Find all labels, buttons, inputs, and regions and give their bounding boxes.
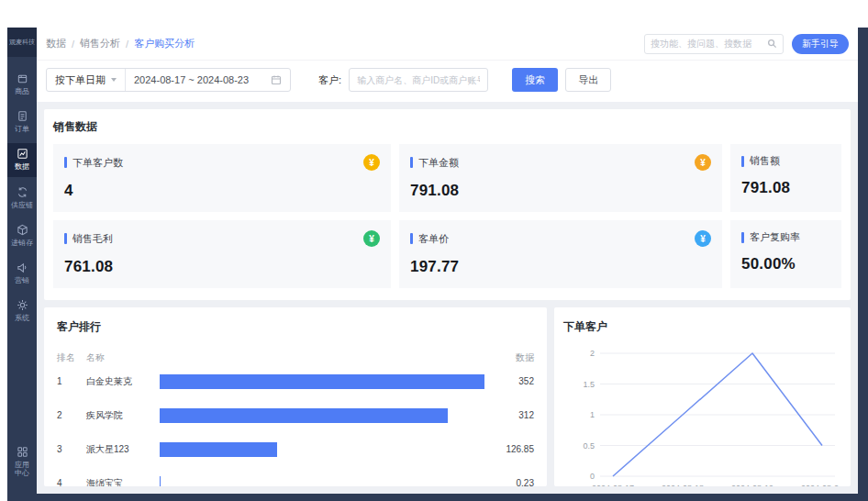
metric-value: 791.08 (410, 182, 711, 200)
sales-data-card: 销售数据 下单客户数 ¥ 4 下单金额 (44, 109, 851, 300)
metric-gross-profit: 销售毛利 ¥ 761.08 (53, 220, 391, 288)
date-type-select[interactable]: 按下单日期 (47, 69, 126, 91)
rank-cell: 2 (57, 410, 86, 420)
main-content: 数据 / 销售分析 / 客户购买分析 新手引导 按下单日期 (37, 28, 858, 494)
sidebar-item-orders[interactable]: 订单 (7, 106, 37, 139)
customer-ranking-card: 客户排行 排名 名称 数据 1白金史莱克3522疾风学院3123派大星12312… (44, 307, 547, 486)
customer-filter-label: 客户: (318, 73, 341, 87)
ranking-bar (160, 408, 448, 423)
sidebar-item-label: 订单 (15, 125, 29, 133)
date-type-label: 按下单日期 (55, 73, 106, 87)
app-grid-icon (17, 446, 28, 458)
metric-order-amount: 下单金额 ¥ 791.08 (399, 144, 722, 212)
sidebar: 观麦科技 商品 订单 数据 供应链 进销存 (7, 28, 37, 494)
ranking-bar (160, 476, 161, 487)
svg-text:2024-08-19: 2024-08-19 (731, 484, 773, 486)
accent-bar (410, 233, 413, 244)
table-row: 3派大星123126.85 (57, 432, 534, 466)
bar-cell (160, 442, 484, 457)
date-range-value: 2024-08-17 ~ 2024-08-23 (134, 74, 249, 85)
table-row: 4海绵宝宝0.23 (57, 466, 534, 486)
sidebar-nav: 商品 订单 数据 供应链 进销存 营销 (7, 68, 37, 441)
metric-value: 761.08 (64, 258, 380, 276)
megaphone-icon (17, 262, 28, 273)
sidebar-item-data[interactable]: 数据 (7, 143, 37, 176)
metrics-grid: 下单客户数 ¥ 4 下单金额 ¥ 791.08 (53, 144, 841, 288)
breadcrumb-item[interactable]: 销售分析 (80, 37, 120, 50)
accent-bar (741, 232, 744, 243)
sidebar-item-inventory[interactable]: 进销存 (7, 219, 37, 252)
global-search[interactable] (644, 34, 784, 54)
price-circle-icon: ¥ (695, 230, 711, 247)
metric-label: 下单客户数 (72, 156, 123, 170)
name-cell: 海绵宝宝 (86, 477, 160, 487)
ranking-table-header: 排名 名称 数据 (57, 351, 534, 364)
value-cell: 352 (484, 376, 534, 386)
svg-text:0.5: 0.5 (583, 441, 595, 451)
metric-value: 791.08 (741, 179, 830, 197)
name-cell: 派大星123 (86, 443, 160, 456)
value-cell: 0.23 (484, 478, 534, 486)
profit-circle-icon: ¥ (363, 230, 380, 247)
svg-text:0: 0 (590, 472, 595, 481)
metric-sales-total: 销售额 791.08 (730, 144, 841, 212)
rank-cell: 4 (57, 478, 86, 486)
bar-cell (160, 408, 484, 423)
sidebar-item-goods[interactable]: 商品 (7, 68, 37, 101)
search-icon (767, 39, 777, 49)
accent-bar (64, 157, 67, 168)
svg-text:1: 1 (590, 410, 595, 419)
metric-label: 下单金额 (418, 156, 459, 170)
metric-avg-order-value: 客单价 ¥ 197.77 (399, 220, 722, 288)
ranking-rows: 1白金史莱克3522疾风学院3123派大星123126.854海绵宝宝0.23 (57, 364, 534, 486)
table-row: 1白金史莱克352 (57, 364, 534, 398)
sidebar-item-app-center[interactable]: 应用中心 (7, 441, 37, 483)
metric-value: 4 (64, 182, 380, 200)
breadcrumb-item[interactable]: 数据 (46, 37, 66, 50)
sidebar-item-label: 数据 (15, 162, 29, 171)
svg-text:2: 2 (590, 349, 595, 358)
svg-text:2024-08-17: 2024-08-17 (592, 484, 634, 486)
svg-text:1.5: 1.5 (583, 380, 595, 389)
coin-circle-icon: ¥ (695, 154, 711, 171)
svg-text:2024-08-18: 2024-08-18 (662, 484, 704, 486)
bottom-edge-panel (7, 494, 868, 501)
inventory-cube-icon (17, 224, 28, 236)
bar-cell (160, 374, 484, 389)
name-column-header: 名称 (86, 351, 160, 364)
sidebar-item-supply-chain[interactable]: 供应链 (7, 182, 37, 215)
metric-value: 197.77 (410, 258, 711, 276)
order-document-icon (17, 110, 28, 122)
topbar-right: 新手引导 (644, 34, 849, 54)
chart-card-title: 下单客户 (563, 319, 841, 335)
sidebar-item-system[interactable]: 系统 (7, 295, 37, 328)
goods-icon (17, 72, 28, 84)
sidebar-item-marketing[interactable]: 营销 (7, 257, 37, 290)
name-cell: 疾风学院 (86, 409, 160, 422)
app-window: 观麦科技 商品 订单 数据 供应链 进销存 (7, 28, 858, 494)
search-button[interactable]: 搜索 (512, 68, 558, 92)
guide-button[interactable]: 新手引导 (792, 34, 849, 54)
rank-cell: 1 (57, 376, 86, 386)
table-row: 2疾风学院312 (57, 398, 534, 432)
metric-label: 销售毛利 (72, 232, 113, 246)
customer-search-input[interactable] (349, 68, 488, 92)
metric-repurchase-rate: 客户复购率 50.00% (730, 220, 841, 288)
yen-circle-icon: ¥ (363, 154, 380, 171)
global-search-input[interactable] (651, 39, 763, 49)
right-edge-panel (858, 28, 868, 501)
bar-cell (160, 476, 484, 487)
value-cell: 312 (484, 410, 534, 420)
ranking-bar (160, 442, 277, 457)
export-button[interactable]: 导出 (565, 68, 611, 92)
value-cell: 126.85 (484, 444, 534, 454)
sidebar-item-label: 供应链 (11, 201, 33, 209)
metric-label: 客户复购率 (750, 230, 800, 244)
chevron-down-icon (111, 78, 117, 82)
filter-bar: 按下单日期 2024-08-17 ~ 2024-08-23 客户: 搜索 导出 (37, 61, 858, 102)
value-column-header: 数据 (484, 351, 534, 364)
sidebar-item-label: 商品 (15, 87, 29, 95)
breadcrumb-separator: / (126, 39, 128, 50)
gear-icon (17, 299, 28, 311)
date-range-input[interactable]: 2024-08-17 ~ 2024-08-23 (126, 69, 290, 91)
